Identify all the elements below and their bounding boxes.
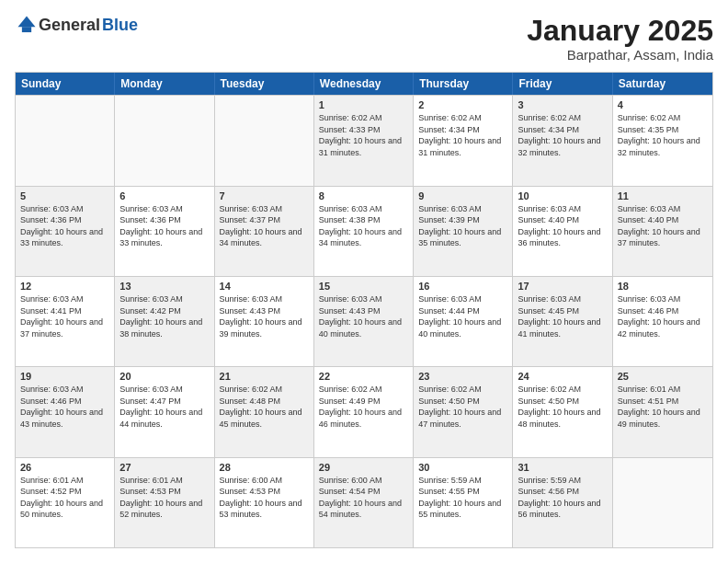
day-info: Sunrise: 6:03 AM Sunset: 4:41 PM Dayligh… [20,293,109,339]
day-number: 4 [618,99,708,110]
calendar-day-24: 24Sunrise: 6:02 AM Sunset: 4:50 PM Dayli… [513,367,612,456]
day-info: Sunrise: 6:01 AM Sunset: 4:53 PM Dayligh… [119,475,209,521]
calendar-day-31: 31Sunrise: 5:59 AM Sunset: 4:56 PM Dayli… [513,458,612,547]
day-number: 10 [518,190,607,201]
day-info: Sunrise: 6:01 AM Sunset: 4:51 PM Dayligh… [618,384,708,430]
day-number: 5 [20,190,109,201]
svg-rect-1 [22,27,31,32]
day-number: 1 [319,99,408,110]
day-number: 24 [518,371,607,382]
day-info: Sunrise: 6:03 AM Sunset: 4:36 PM Dayligh… [20,203,109,249]
day-number: 7 [220,190,309,201]
day-info: Sunrise: 6:02 AM Sunset: 4:35 PM Dayligh… [618,112,708,158]
calendar-day-21: 21Sunrise: 6:02 AM Sunset: 4:48 PM Dayli… [215,367,314,456]
calendar-row-1: 5Sunrise: 6:03 AM Sunset: 4:36 PM Daylig… [16,186,712,276]
calendar-day-10: 10Sunrise: 6:03 AM Sunset: 4:40 PM Dayli… [513,187,612,276]
day-number: 23 [418,371,507,382]
day-number: 6 [119,190,209,201]
day-number: 20 [119,371,209,382]
day-number: 12 [20,281,109,292]
logo-icon [17,15,37,35]
day-number: 22 [319,371,408,382]
calendar-row-0: 1Sunrise: 6:02 AM Sunset: 4:33 PM Daylig… [16,95,712,185]
title-block: January 2025 Barpathar, Assam, India [527,15,713,63]
header-day-monday: Monday [115,73,214,95]
day-number: 26 [20,462,109,473]
day-number: 29 [319,462,408,473]
calendar-day-5: 5Sunrise: 6:03 AM Sunset: 4:36 PM Daylig… [16,187,115,276]
page: General Blue January 2025 Barpathar, Ass… [0,0,728,563]
header-day-tuesday: Tuesday [215,73,314,95]
calendar-day-29: 29Sunrise: 6:00 AM Sunset: 4:54 PM Dayli… [314,458,414,547]
calendar-day-14: 14Sunrise: 6:03 AM Sunset: 4:43 PM Dayli… [215,277,314,366]
day-number: 11 [618,190,708,201]
day-info: Sunrise: 6:03 AM Sunset: 4:38 PM Dayligh… [319,203,408,249]
day-number: 19 [20,371,109,382]
day-number: 31 [518,462,607,473]
logo-blue: Blue [102,16,138,35]
location-title: Barpathar, Assam, India [527,47,713,63]
header-day-sunday: Sunday [16,73,115,95]
day-info: Sunrise: 6:02 AM Sunset: 4:34 PM Dayligh… [418,112,507,158]
day-number: 9 [418,190,507,201]
day-info: Sunrise: 6:02 AM Sunset: 4:34 PM Dayligh… [518,112,607,158]
day-number: 27 [119,462,209,473]
month-title: January 2025 [527,15,713,47]
day-number: 21 [220,371,309,382]
calendar-day-11: 11Sunrise: 6:03 AM Sunset: 4:40 PM Dayli… [613,187,712,276]
calendar-row-3: 19Sunrise: 6:03 AM Sunset: 4:46 PM Dayli… [16,366,712,456]
day-number: 13 [119,281,209,292]
day-number: 16 [418,281,507,292]
calendar-day-26: 26Sunrise: 6:01 AM Sunset: 4:52 PM Dayli… [16,458,115,547]
day-info: Sunrise: 6:03 AM Sunset: 4:46 PM Dayligh… [20,384,109,430]
calendar-day-18: 18Sunrise: 6:03 AM Sunset: 4:46 PM Dayli… [613,277,712,366]
calendar-day-17: 17Sunrise: 6:03 AM Sunset: 4:45 PM Dayli… [513,277,612,366]
day-number: 3 [518,99,607,110]
calendar-day-22: 22Sunrise: 6:02 AM Sunset: 4:49 PM Dayli… [314,367,414,456]
calendar: SundayMondayTuesdayWednesdayThursdayFrid… [15,72,713,548]
day-number: 18 [618,281,708,292]
calendar-row-4: 26Sunrise: 6:01 AM Sunset: 4:52 PM Dayli… [16,457,712,547]
day-number: 14 [220,281,309,292]
calendar-day-4: 4Sunrise: 6:02 AM Sunset: 4:35 PM Daylig… [613,96,712,185]
day-info: Sunrise: 6:03 AM Sunset: 4:44 PM Dayligh… [418,293,507,339]
day-number: 2 [418,99,507,110]
calendar-day-12: 12Sunrise: 6:03 AM Sunset: 4:41 PM Dayli… [16,277,115,366]
day-info: Sunrise: 6:02 AM Sunset: 4:48 PM Dayligh… [220,384,309,430]
calendar-day-19: 19Sunrise: 6:03 AM Sunset: 4:46 PM Dayli… [16,367,115,456]
calendar-day-9: 9Sunrise: 6:03 AM Sunset: 4:39 PM Daylig… [414,187,513,276]
calendar-day-28: 28Sunrise: 6:00 AM Sunset: 4:53 PM Dayli… [215,458,314,547]
calendar-day-1: 1Sunrise: 6:02 AM Sunset: 4:33 PM Daylig… [314,96,414,185]
day-info: Sunrise: 6:00 AM Sunset: 4:54 PM Dayligh… [319,475,408,521]
day-info: Sunrise: 6:03 AM Sunset: 4:40 PM Dayligh… [518,203,607,249]
calendar-day-20: 20Sunrise: 6:03 AM Sunset: 4:47 PM Dayli… [115,367,214,456]
day-info: Sunrise: 6:03 AM Sunset: 4:45 PM Dayligh… [518,293,607,339]
day-number: 30 [418,462,507,473]
day-number: 17 [518,281,607,292]
header-day-wednesday: Wednesday [314,73,414,95]
calendar-header: SundayMondayTuesdayWednesdayThursdayFrid… [16,73,712,95]
day-number: 28 [220,462,309,473]
day-number: 25 [618,371,708,382]
header-day-friday: Friday [513,73,612,95]
day-number: 15 [319,281,408,292]
calendar-day-empty-4-6 [613,458,712,547]
day-info: Sunrise: 5:59 AM Sunset: 4:56 PM Dayligh… [518,475,607,521]
header: General Blue January 2025 Barpathar, Ass… [15,15,713,63]
day-info: Sunrise: 6:02 AM Sunset: 4:33 PM Dayligh… [319,112,408,158]
calendar-day-27: 27Sunrise: 6:01 AM Sunset: 4:53 PM Dayli… [115,458,214,547]
svg-marker-0 [17,16,35,27]
calendar-day-15: 15Sunrise: 6:03 AM Sunset: 4:43 PM Dayli… [314,277,414,366]
day-info: Sunrise: 6:01 AM Sunset: 4:52 PM Dayligh… [20,475,109,521]
day-info: Sunrise: 6:03 AM Sunset: 4:47 PM Dayligh… [119,384,209,430]
day-info: Sunrise: 6:03 AM Sunset: 4:40 PM Dayligh… [618,203,708,249]
calendar-day-empty-0-2 [215,96,314,185]
calendar-day-empty-0-0 [16,96,115,185]
calendar-day-23: 23Sunrise: 6:02 AM Sunset: 4:50 PM Dayli… [414,367,513,456]
day-info: Sunrise: 6:03 AM Sunset: 4:43 PM Dayligh… [220,293,309,339]
day-info: Sunrise: 5:59 AM Sunset: 4:55 PM Dayligh… [418,475,507,521]
day-info: Sunrise: 6:02 AM Sunset: 4:49 PM Dayligh… [319,384,408,430]
calendar-day-2: 2Sunrise: 6:02 AM Sunset: 4:34 PM Daylig… [414,96,513,185]
day-info: Sunrise: 6:02 AM Sunset: 4:50 PM Dayligh… [518,384,607,430]
calendar-day-3: 3Sunrise: 6:02 AM Sunset: 4:34 PM Daylig… [513,96,612,185]
